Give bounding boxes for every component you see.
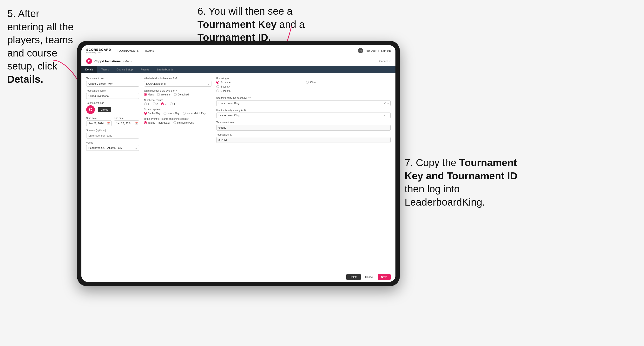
- format-5count4[interactable]: 5 count 4: [216, 81, 301, 84]
- tab-details[interactable]: Details: [82, 66, 97, 73]
- top-nav: SCOREBOARD Powered by clippd TOURNAMENTS…: [82, 45, 396, 56]
- gender-mens[interactable]: Mens: [144, 93, 154, 96]
- teams-plus-radio[interactable]: [144, 121, 147, 124]
- third-party1-label: Use third-party live scoring API?: [216, 97, 391, 99]
- middle-column: Which division is the event for? NCAA Di…: [144, 77, 212, 268]
- format-group: Format type 5 count 4 6 count 4: [216, 77, 391, 94]
- rounds-3-radio[interactable]: [161, 102, 164, 105]
- cancel-header-button[interactable]: Cancel ✕: [379, 60, 391, 63]
- save-button[interactable]: Save: [378, 274, 391, 280]
- format-5count4-radio[interactable]: [216, 81, 219, 84]
- scoring-group: Scoring system Stroke Play Match Play: [144, 108, 212, 115]
- third-party2-arrow-icon: ⌄: [387, 114, 389, 117]
- user-name: Test User: [365, 49, 376, 52]
- tournament-id-input[interactable]: [216, 137, 391, 143]
- rounds-1[interactable]: 1: [144, 102, 149, 105]
- scoring-match[interactable]: Match Play: [164, 112, 179, 115]
- gender-womens-radio[interactable]: [157, 93, 160, 96]
- gender-radio-group: Mens Womens Combined: [144, 93, 212, 96]
- tab-teams[interactable]: Teams: [97, 66, 113, 73]
- rounds-2[interactable]: 2: [153, 102, 158, 105]
- logo-area: SCOREBOARD Powered by clippd: [86, 48, 111, 54]
- start-date-field: Start date 📅: [86, 117, 112, 126]
- nav-teams[interactable]: TEAMS: [144, 49, 154, 52]
- individuals-only-label: Individuals Only: [177, 121, 194, 124]
- tournament-logo: C: [86, 58, 92, 64]
- format-6count5-label: 6 count 5: [220, 90, 230, 92]
- delete-button[interactable]: Delete: [346, 274, 361, 280]
- third-party1-arrow-icon: ⌄: [387, 102, 389, 105]
- upload-button[interactable]: Upload: [98, 107, 111, 112]
- sponsor-input[interactable]: [86, 133, 139, 139]
- tab-leaderboards[interactable]: Leaderboards: [153, 66, 177, 73]
- third-party1-group: Use third-party live scoring API? Leader…: [216, 97, 391, 106]
- scoring-stroke[interactable]: Stroke Play: [144, 112, 160, 115]
- division-group: Which division is the event for? NCAA Di…: [144, 77, 212, 87]
- gender-combined-label: Combined: [178, 93, 189, 96]
- format-6count4[interactable]: 6 count 4: [216, 85, 301, 88]
- rounds-label: Number of rounds: [144, 99, 212, 101]
- scoring-stroke-radio[interactable]: [144, 112, 147, 115]
- tab-results[interactable]: Results: [136, 66, 153, 73]
- third-party1-clear-icon[interactable]: ✕: [384, 102, 386, 105]
- third-party1-select[interactable]: Leaderboard King: [216, 100, 391, 106]
- venue-group: Venue Peachtree GC - Atlanta - GA: [86, 141, 139, 151]
- start-date-wrapper: 📅: [86, 121, 112, 126]
- scoring-medal-label: Medal Match Play: [187, 112, 206, 115]
- individuals-only[interactable]: Individuals Only: [174, 121, 194, 124]
- teams-plus-label: Teams (+Individuals): [148, 121, 170, 124]
- sign-out-link[interactable]: Sign out: [381, 49, 391, 52]
- tournament-key-input[interactable]: [216, 125, 391, 131]
- logo-sub: Powered by clippd: [86, 51, 111, 54]
- gender-combined[interactable]: Combined: [174, 93, 189, 96]
- nav-tournaments[interactable]: TOURNAMENTS: [117, 49, 139, 52]
- cancel-button[interactable]: Cancel: [363, 274, 376, 280]
- scoring-medal-radio[interactable]: [183, 112, 186, 115]
- third-party2-clear-icon[interactable]: ✕: [384, 114, 386, 117]
- tournament-host-label: Tournament Host: [86, 77, 139, 80]
- sponsor-label: Sponsor (optional): [86, 129, 139, 132]
- division-select-wrapper: NCAA Division III: [144, 81, 212, 87]
- gender-group: Which gender is the event for? Mens Wome…: [144, 89, 212, 96]
- sponsor-group: Sponsor (optional): [86, 129, 139, 139]
- format-6count4-radio[interactable]: [216, 85, 219, 88]
- tournament-name-input[interactable]: [86, 93, 139, 99]
- left-column: Tournament Host Clippd College - Men Tou…: [86, 77, 139, 268]
- third-party1-select-wrapper: Leaderboard King ✕ ⌄: [216, 100, 391, 106]
- end-date-wrapper: 📅: [114, 121, 139, 126]
- tournament-host-select[interactable]: Clippd College - Men: [86, 81, 139, 87]
- format-6count5[interactable]: 6 count 5: [216, 89, 301, 92]
- gender-combined-radio[interactable]: [174, 93, 177, 96]
- format-right: Other: [306, 81, 391, 94]
- nav-links: TOURNAMENTS TEAMS: [117, 49, 154, 52]
- format-other-radio[interactable]: [306, 81, 309, 84]
- gender-mens-radio[interactable]: [144, 93, 147, 96]
- rounds-2-radio[interactable]: [153, 102, 156, 105]
- individuals-only-radio[interactable]: [174, 121, 176, 124]
- division-select[interactable]: NCAA Division III: [144, 81, 212, 87]
- teams-plus-individuals[interactable]: Teams (+Individuals): [144, 121, 170, 124]
- scoring-match-radio[interactable]: [164, 112, 166, 115]
- scoring-medal[interactable]: Medal Match Play: [183, 112, 206, 115]
- tournament-key-group: Tournament Key: [216, 121, 391, 131]
- right-column: Format type 5 count 4 6 count 4: [216, 77, 391, 268]
- format-other[interactable]: Other: [306, 81, 391, 84]
- third-party2-select[interactable]: Leaderboard King: [216, 113, 391, 118]
- rounds-4-label: 4: [174, 103, 175, 105]
- tab-course-setup[interactable]: Course Setup: [113, 66, 136, 73]
- rounds-group: Number of rounds 1 2 3: [144, 99, 212, 105]
- dates-group: Start date 📅 End date 📅: [86, 117, 139, 126]
- rounds-3[interactable]: 3: [161, 102, 166, 105]
- gender-womens[interactable]: Womens: [157, 93, 170, 96]
- venue-select[interactable]: Peachtree GC - Atlanta - GA: [86, 145, 139, 151]
- tablet-screen: SCOREBOARD Powered by clippd TOURNAMENTS…: [82, 45, 396, 282]
- annotation-bottom-right: 7. Copy the Tournament Key and Tournamen…: [404, 156, 530, 209]
- tournament-logo-label: Tournament logo: [86, 102, 139, 104]
- rounds-4-radio[interactable]: [170, 102, 173, 105]
- rounds-4[interactable]: 4: [170, 102, 175, 105]
- rounds-1-radio[interactable]: [144, 102, 147, 105]
- tournament-host-select-wrapper: Clippd College - Men: [86, 81, 139, 87]
- user-avatar: TU: [358, 48, 363, 53]
- end-date-calendar-icon: 📅: [135, 122, 138, 125]
- format-6count5-radio[interactable]: [216, 89, 219, 92]
